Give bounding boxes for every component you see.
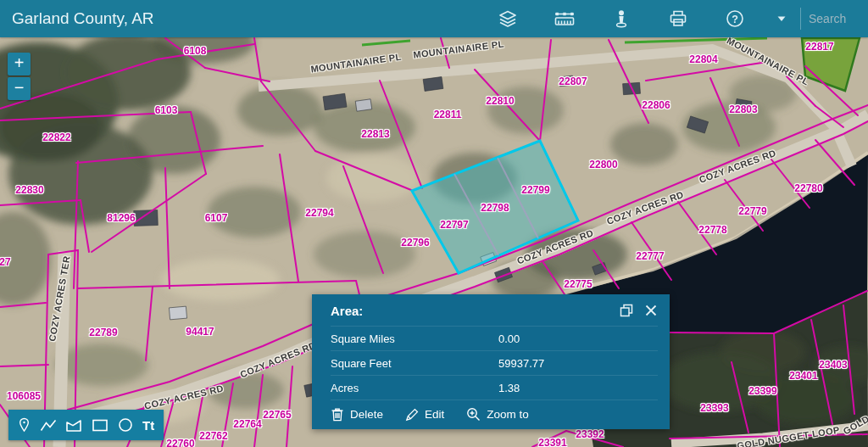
app-window: 6108610322822228308129661072279422813228…	[0, 0, 868, 447]
row-label: Square Miles	[331, 332, 498, 345]
search-input[interactable]: Search	[801, 12, 858, 25]
row-value: 59937.77	[498, 357, 658, 370]
identify-person-icon[interactable]	[593, 0, 649, 37]
row-value: 1.38	[498, 382, 658, 394]
area-table: Square Miles 0.00 Square Feet 59937.77 A…	[331, 326, 658, 400]
delete-button[interactable]: Delete	[331, 407, 383, 422]
circle-icon	[118, 417, 133, 433]
draw-polyline-tool[interactable]	[40, 418, 57, 433]
chevron-down-icon[interactable]	[763, 0, 800, 37]
draw-toolbar: Tt	[8, 410, 164, 440]
svg-text:?: ?	[732, 14, 738, 25]
draw-circle-tool[interactable]	[118, 417, 133, 433]
rectangle-icon	[92, 418, 108, 433]
polyline-icon	[40, 418, 57, 433]
draw-point-tool[interactable]	[18, 417, 31, 433]
layers-icon[interactable]	[479, 0, 536, 37]
app-header: Garland County, AR	[0, 0, 868, 37]
row-value: 0.00	[498, 332, 658, 345]
measure-icon[interactable]	[536, 0, 593, 37]
area-panel-actions: Delete Edit Zoom to	[331, 407, 529, 422]
print-icon[interactable]	[649, 0, 706, 37]
area-panel-header: Area:	[312, 294, 670, 322]
restore-icon[interactable]	[619, 303, 634, 318]
header-toolbar: ? Search	[479, 0, 858, 37]
trash-icon	[331, 407, 344, 422]
pencil-icon	[405, 408, 419, 422]
zoom-to-button[interactable]: Zoom to	[466, 407, 529, 422]
zoom-out-button[interactable]: −	[8, 77, 31, 100]
draw-rectangle-tool[interactable]	[92, 418, 108, 433]
area-panel-title: Area:	[331, 304, 363, 318]
table-row: Square Feet 59937.77	[331, 351, 658, 376]
draw-polygon-tool[interactable]	[65, 418, 82, 433]
close-icon[interactable]	[644, 304, 658, 317]
app-title: Garland County, AR	[12, 9, 154, 28]
table-row: Square Miles 0.00	[331, 327, 658, 351]
edit-button[interactable]: Edit	[405, 407, 444, 422]
zoom-controls: + −	[8, 53, 31, 102]
zoom-to-icon	[466, 407, 481, 422]
draw-text-tool[interactable]: Tt	[142, 418, 154, 433]
map-pin-icon	[18, 417, 31, 433]
help-icon[interactable]: ?	[706, 0, 763, 37]
zoom-in-button[interactable]: +	[8, 53, 31, 75]
area-panel: Area: Square Miles 0.00 S	[312, 294, 670, 429]
polygon-icon	[65, 418, 82, 433]
row-label: Acres	[331, 382, 498, 394]
table-row: Acres 1.38	[331, 376, 658, 400]
row-label: Square Feet	[331, 357, 498, 370]
